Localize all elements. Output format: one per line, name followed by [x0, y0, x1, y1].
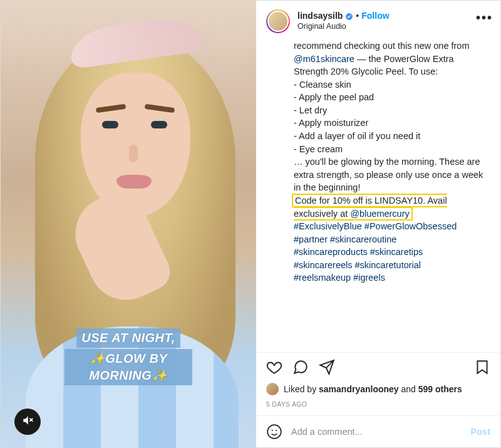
- likes-mid: and: [399, 384, 418, 394]
- likes-count[interactable]: 599 others: [418, 384, 462, 394]
- mute-button[interactable]: [14, 409, 41, 435]
- like-button[interactable]: [266, 359, 282, 378]
- likes-row[interactable]: Liked by samandryanlooney and 599 others: [256, 382, 500, 398]
- author-avatar[interactable]: [266, 9, 290, 33]
- comment-input[interactable]: [291, 427, 462, 437]
- illustration: [102, 121, 118, 128]
- hashtag-line[interactable]: #ExclusivelyBlue #PowerGlowObsessed: [294, 221, 457, 231]
- illustration: [129, 145, 138, 162]
- speaker-muted-icon: [21, 414, 34, 429]
- post-header: lindsaysilb • Follow Original Audio •••: [256, 1, 500, 39]
- illustration: [116, 175, 152, 189]
- caption: recommend checking out this new one from…: [256, 39, 500, 352]
- audio-label[interactable]: Original Audio: [297, 22, 490, 32]
- hashtag-line[interactable]: #partner #skincareroutine: [294, 234, 396, 244]
- save-button[interactable]: [474, 359, 490, 378]
- caption-step: - Add a layer of oil if you need it: [294, 131, 420, 141]
- likes-prefix: Liked by: [284, 384, 319, 394]
- caption-text: recommend checking out this new one from: [294, 41, 469, 51]
- comment-button[interactable]: [292, 359, 309, 378]
- more-options-button[interactable]: •••: [476, 11, 493, 25]
- author-username[interactable]: lindsaysilb: [297, 11, 343, 22]
- hashtag-line[interactable]: #reelsmakeup #igreels: [294, 273, 385, 283]
- post-timestamp: 5 DAYS AGO: [256, 398, 500, 415]
- header-text: lindsaysilb • Follow Original Audio: [297, 11, 490, 31]
- liker-avatar: [266, 383, 279, 395]
- video-overlay-text: USE AT NIGHT, ✨GLOW BY MORNING✨: [65, 328, 192, 386]
- emoji-picker-button[interactable]: [266, 424, 282, 440]
- caption-step: - Eye cream: [294, 144, 343, 154]
- svg-point-5: [276, 430, 277, 431]
- caption-step: - Apply moisturizer: [294, 118, 368, 128]
- separator-dot: •: [356, 11, 359, 22]
- caption-text: … you'll be glowing by the morning. Thes…: [294, 157, 483, 192]
- liker-name[interactable]: samandryanlooney: [319, 384, 399, 394]
- svg-point-4: [272, 430, 273, 431]
- illustration: [151, 121, 167, 128]
- hashtag-line[interactable]: #skincarereels #skincaretutorial: [294, 260, 421, 270]
- reel-video[interactable]: USE AT NIGHT, ✨GLOW BY MORNING✨: [1, 1, 256, 448]
- post-container: USE AT NIGHT, ✨GLOW BY MORNING✨ lindsays…: [0, 0, 501, 448]
- follow-button[interactable]: Follow: [361, 11, 389, 22]
- share-button[interactable]: [319, 359, 335, 378]
- overlay-line-1: USE AT NIGHT,: [76, 328, 180, 348]
- hashtag-line[interactable]: #skincareproducts #skincaretips: [294, 247, 423, 257]
- mention-link[interactable]: @m61skincare: [294, 54, 354, 64]
- verified-badge-icon: [345, 13, 353, 21]
- action-bar: [256, 352, 500, 382]
- add-comment-row: Post: [256, 415, 500, 447]
- svg-point-3: [267, 425, 281, 439]
- post-comment-button[interactable]: Post: [471, 427, 490, 437]
- mention-link[interactable]: @bluemercury: [350, 209, 410, 219]
- promo-highlight: Code for 10% off is LINDSAY10. Avail exc…: [292, 194, 447, 221]
- caption-step: - Cleanse skin: [294, 80, 351, 90]
- overlay-line-2: ✨GLOW BY MORNING✨: [65, 349, 192, 385]
- caption-step: - Apply the peel pad: [294, 92, 374, 102]
- caption-step: - Let dry: [294, 105, 327, 115]
- post-panel: lindsaysilb • Follow Original Audio ••• …: [256, 1, 500, 447]
- likes-text: Liked by samandryanlooney and 599 others: [284, 384, 462, 394]
